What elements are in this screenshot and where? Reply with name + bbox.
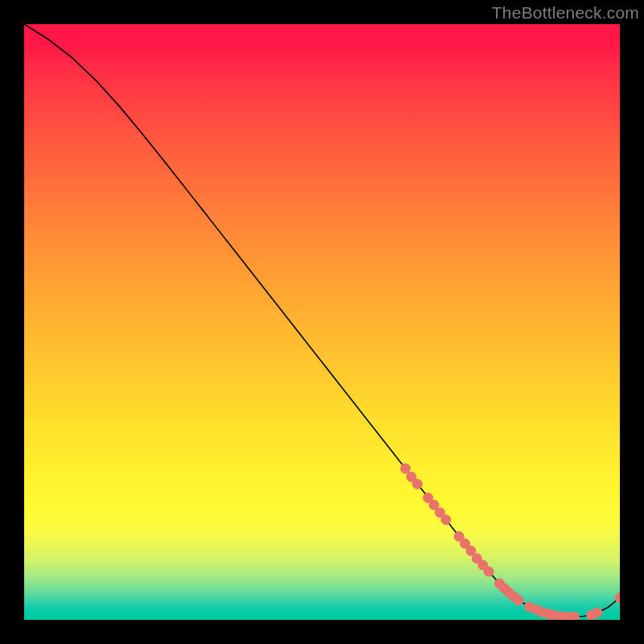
- curve-marker: [401, 464, 411, 473]
- curve-marker: [484, 567, 493, 576]
- curve-marker: [570, 612, 580, 620]
- plot-area: [24, 24, 620, 620]
- curve-marker: [592, 608, 602, 617]
- chart-stage: TheBottleneck.com: [0, 0, 644, 644]
- bottleneck-curve: [24, 24, 620, 617]
- watermark-text: TheBottleneck.com: [492, 3, 639, 23]
- curve-marker: [441, 515, 451, 525]
- curve-markers: [401, 464, 620, 620]
- curve-marker: [514, 596, 523, 605]
- curve-layer: [24, 24, 620, 620]
- curve-marker: [412, 479, 422, 489]
